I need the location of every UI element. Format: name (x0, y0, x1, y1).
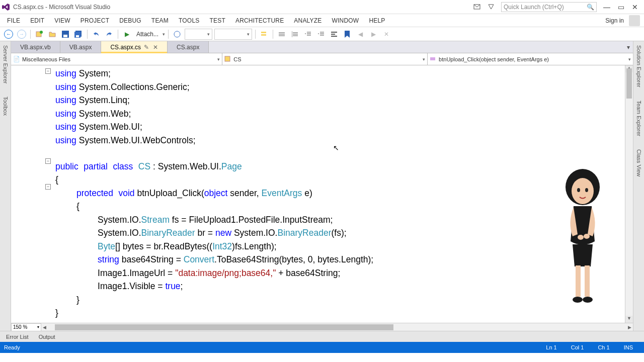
class-icon (224, 56, 231, 63)
team-explorer-tab[interactable]: Team Explorer (636, 98, 642, 139)
title-bar: CS.aspx.cs - Microsoft Visual Studio Qui… (0, 0, 644, 14)
increase-indent-button[interactable] (315, 29, 327, 40)
notification-icon[interactable] (471, 2, 483, 12)
menu-analyze[interactable]: ANALYZE (289, 16, 327, 26)
maximize-button[interactable]: ▭ (614, 2, 628, 13)
save-all-button[interactable] (73, 29, 84, 40)
status-ready: Ready (4, 344, 20, 350)
class-view-tab[interactable]: Class View (636, 146, 642, 179)
tab-close-icon[interactable]: ✕ (153, 44, 158, 51)
bottom-panel-tabs: Error List Output (0, 331, 644, 342)
nav-scope-combo[interactable]: 📄 Miscellaneous Files ▾ (11, 53, 222, 65)
menu-project[interactable]: PROJECT (75, 16, 114, 26)
search-icon: 🔍 (587, 4, 594, 11)
nav-back-button[interactable]: ← (3, 29, 14, 40)
tab-cs-aspx[interactable]: CS.aspx (168, 41, 209, 53)
status-line: Ln 1 (546, 344, 556, 350)
dirty-indicator: ✎ (144, 44, 149, 51)
menu-debug[interactable]: DEBUG (114, 16, 146, 26)
tab-vb-aspx[interactable]: VB.aspx (60, 41, 102, 53)
scroll-thumb[interactable] (626, 68, 632, 99)
feedback-icon[interactable] (485, 2, 497, 12)
solution-config-combo[interactable]: ▾ (185, 29, 212, 40)
redo-button[interactable] (104, 29, 115, 40)
method-icon (430, 56, 437, 63)
toolbar: ← → ▶ Attach... ▾ ▾ ▾ ◀ ▶ ✕ (0, 27, 644, 41)
nav-class-combo[interactable]: CS ▾ (222, 53, 428, 65)
menu-test[interactable]: TEST (204, 16, 230, 26)
tab-overflow-button[interactable]: ▾ (624, 41, 633, 53)
open-file-button[interactable] (47, 29, 58, 40)
svg-rect-11 (331, 32, 337, 33)
format-button[interactable] (329, 29, 340, 40)
menu-tools[interactable]: TOOLS (174, 16, 204, 26)
comment-button[interactable] (276, 29, 287, 40)
new-project-button[interactable] (34, 29, 45, 40)
quick-launch-placeholder: Quick Launch (Ctrl+Q) (504, 4, 564, 11)
undo-button[interactable] (91, 29, 102, 40)
uncomment-button[interactable] (289, 29, 300, 40)
solution-platform-combo[interactable]: ▾ (214, 29, 252, 40)
close-button[interactable]: ✕ (628, 2, 642, 13)
menu-file[interactable]: FILE (2, 16, 25, 26)
user-avatar-icon[interactable] (629, 15, 640, 26)
nav-bar: 📄 Miscellaneous Files ▾ CS ▾ btnUpload_C… (11, 53, 633, 65)
scroll-right-icon[interactable]: ▶ (626, 325, 633, 330)
chevron-down-icon: ▾ (628, 57, 631, 62)
zoom-combo[interactable]: 150 %▾ (11, 323, 41, 331)
svg-rect-7 (76, 35, 79, 37)
hscroll-thumb[interactable] (55, 324, 393, 330)
scroll-left-icon[interactable]: ◀ (41, 325, 48, 330)
tab-cs-aspx-cs[interactable]: CS.aspx.cs✎✕ (101, 41, 168, 53)
code-editor[interactable]: − − − using System; using System.Collect… (11, 65, 633, 323)
vs-logo-icon (2, 3, 10, 11)
status-ins: INS (624, 344, 633, 350)
editor-area: VB.aspx.vb VB.aspx CS.aspx.cs✎✕ CS.aspx … (11, 41, 633, 331)
save-button[interactable] (60, 29, 71, 40)
scroll-down-icon[interactable]: ▼ (625, 316, 633, 323)
quick-launch-input[interactable]: Quick Launch (Ctrl+Q) 🔍 (501, 2, 597, 12)
menu-window[interactable]: WINDOW (327, 16, 364, 26)
document-tabs: VB.aspx.vb VB.aspx CS.aspx.cs✎✕ CS.aspx … (11, 41, 633, 53)
window-title: CS.aspx.cs - Microsoft Visual Studio (13, 4, 110, 11)
vertical-scrollbar[interactable]: ▲ ▼ (625, 65, 633, 323)
svg-rect-10 (261, 34, 266, 36)
nav-forward-button[interactable]: → (16, 29, 27, 40)
attach-label[interactable]: Attach... (134, 31, 160, 38)
menu-help[interactable]: HELP (364, 16, 390, 26)
browser-dropdown-button[interactable] (172, 29, 183, 40)
menu-view[interactable]: VIEW (49, 16, 75, 26)
bookmark-button[interactable] (342, 29, 353, 40)
start-button[interactable]: ▶ (121, 29, 132, 40)
tab-vb-aspx-vb[interactable]: VB.aspx.vb (11, 41, 60, 53)
status-col: Col 1 (571, 344, 584, 350)
menu-architecture[interactable]: ARCHITECTURE (230, 16, 289, 26)
svg-rect-4 (63, 35, 67, 37)
svg-rect-9 (261, 32, 266, 33)
toolbox-tab[interactable]: Toolbox (3, 94, 9, 119)
scope-icon: 📄 (13, 56, 20, 63)
clear-bookmarks-button[interactable]: ✕ (381, 29, 392, 40)
decrease-indent-button[interactable] (302, 29, 313, 40)
svg-point-8 (174, 31, 180, 37)
output-tab[interactable]: Output (35, 333, 59, 341)
prev-bookmark-button[interactable]: ◀ (355, 29, 366, 40)
horizontal-scrollbar[interactable]: 150 %▾ ◀ ▶ (11, 323, 633, 331)
solution-explorer-tab[interactable]: Solution Explorer (636, 42, 642, 90)
next-bookmark-button[interactable]: ▶ (368, 29, 379, 40)
menu-bar: FILE EDIT VIEW PROJECT DEBUG TEAM TOOLS … (0, 14, 644, 27)
workspace: Server Explorer Toolbox VB.aspx.vb VB.as… (0, 41, 644, 331)
nav-member-combo[interactable]: btnUpload_Click(object sender, EventArgs… (428, 53, 633, 65)
gutter: − − − (11, 65, 46, 323)
server-explorer-tab[interactable]: Server Explorer (3, 42, 9, 86)
menu-edit[interactable]: EDIT (25, 16, 49, 26)
signin-link[interactable]: Sign in (602, 16, 627, 25)
code-content: using System; using System.Collections.G… (46, 65, 625, 323)
menu-team[interactable]: TEAM (146, 16, 174, 26)
svg-point-2 (40, 31, 43, 34)
find-button[interactable] (259, 29, 270, 40)
status-bar: Ready Ln 1 Col 1 Ch 1 INS (0, 342, 644, 353)
left-rail: Server Explorer Toolbox (0, 41, 11, 331)
minimize-button[interactable]: — (600, 2, 614, 13)
error-list-tab[interactable]: Error List (2, 333, 33, 341)
